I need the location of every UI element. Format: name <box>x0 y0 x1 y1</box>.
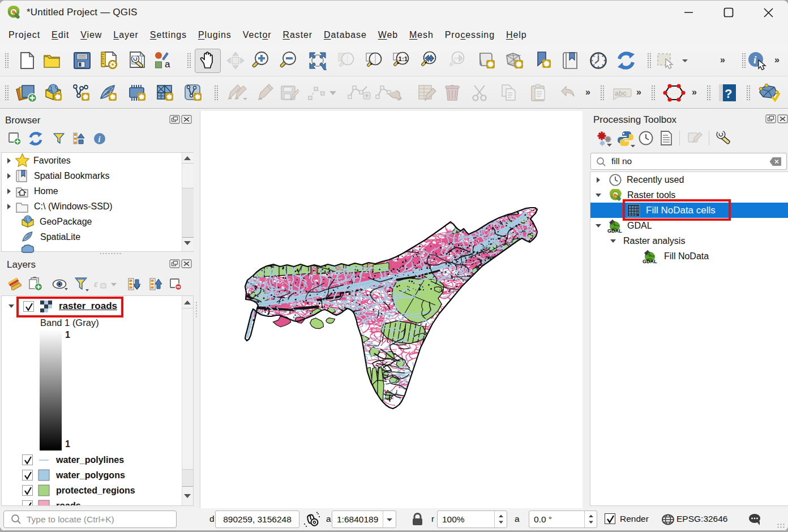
svg-text:a: a <box>165 59 170 70</box>
svg-text:i: i <box>98 135 101 144</box>
svg-text:1:1: 1:1 <box>399 55 408 62</box>
svg-text:ε: ε <box>94 278 98 289</box>
svg-text:i: i <box>753 54 757 66</box>
svg-text:GDAL: GDAL <box>607 228 622 233</box>
svg-text:abc: abc <box>615 89 627 97</box>
svg-text:GDAL: GDAL <box>643 259 657 264</box>
svg-text:?: ? <box>725 87 732 101</box>
